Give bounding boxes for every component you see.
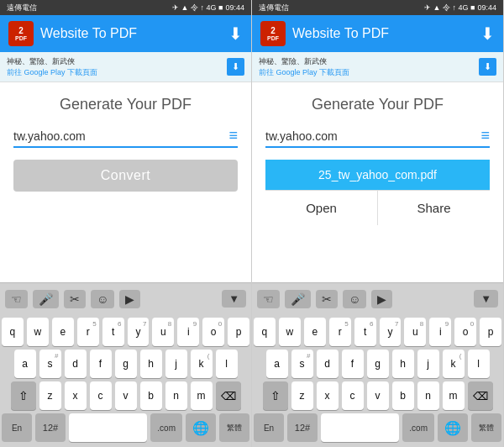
key-q[interactable]: q — [2, 318, 24, 346]
key-v-r[interactable]: v — [367, 381, 389, 410]
key-e[interactable]: e — [52, 318, 74, 346]
key-h[interactable]: h — [140, 350, 162, 378]
popup-share-btn[interactable]: Share — [378, 191, 490, 225]
key-s[interactable]: s# — [39, 350, 61, 378]
key-lang-right[interactable]: En — [254, 413, 284, 442]
key-globe-left[interactable]: 🌐 — [186, 413, 216, 442]
right-panel: 遠傳電信 ✈ ▲ 令 ↑ 4G ■ 09:44 2 PDF Website To… — [252, 0, 504, 447]
key-b-r[interactable]: b — [392, 381, 414, 410]
key-m[interactable]: m — [191, 381, 213, 410]
key-delete-r[interactable]: ⌫ — [468, 381, 493, 410]
toolbar-collapse-icon-right[interactable]: ▼ — [474, 290, 498, 308]
key-c[interactable]: c — [90, 381, 112, 410]
key-d-r[interactable]: d — [317, 350, 339, 378]
key-space-left[interactable] — [69, 413, 147, 442]
key-y-r[interactable]: y7 — [380, 318, 402, 346]
keyboard-bottom-row-left: En 12# .com 🌐 繁體 — [2, 413, 249, 442]
time-display-right: 09:44 — [477, 3, 496, 12]
key-o-r[interactable]: o0 — [454, 318, 476, 346]
url-input-right[interactable] — [265, 129, 475, 143]
key-y[interactable]: y7 — [128, 318, 150, 346]
key-w-r[interactable]: w — [279, 318, 301, 346]
key-f[interactable]: f — [90, 350, 112, 378]
key-s-r[interactable]: s# — [291, 350, 313, 378]
key-dotcom-right[interactable]: .com — [402, 413, 434, 442]
key-u[interactable]: u8 — [152, 318, 174, 346]
toolbar-emoji-icon-right[interactable]: ☺ — [343, 290, 366, 308]
key-l-r[interactable]: l — [468, 350, 490, 378]
toolbar-right-icon-right[interactable]: ▶ — [371, 290, 392, 308]
key-x[interactable]: x — [65, 381, 87, 410]
key-e-r[interactable]: e — [304, 318, 326, 346]
key-f-r[interactable]: f — [342, 350, 364, 378]
url-input-left[interactable] — [13, 129, 223, 143]
key-c-r[interactable]: c — [342, 381, 364, 410]
header-download-icon-left[interactable]: ⬇ — [228, 24, 243, 44]
key-z[interactable]: z — [39, 381, 61, 410]
key-go-left[interactable]: 繁體 — [219, 413, 249, 442]
key-globe-right[interactable]: 🌐 — [438, 413, 468, 442]
key-go-right[interactable]: 繁體 — [471, 413, 501, 442]
toolbar-right-icon[interactable]: ▶ — [119, 290, 140, 308]
key-t-r[interactable]: t6 — [354, 318, 376, 346]
toolbar-mic-icon-right[interactable]: 🎤 — [285, 290, 311, 308]
key-n[interactable]: n — [165, 381, 187, 410]
ad-download-btn-left[interactable]: ⬇ — [227, 58, 244, 76]
key-i[interactable]: i9 — [177, 318, 199, 346]
toolbar-hand-icon[interactable]: ☜ — [5, 290, 28, 308]
toolbar-clip-icon[interactable]: ✂ — [64, 290, 86, 308]
key-z-r[interactable]: z — [291, 381, 313, 410]
key-j[interactable]: j — [165, 350, 187, 378]
key-num-right[interactable]: 12# — [287, 413, 318, 442]
key-v[interactable]: v — [115, 381, 137, 410]
convert-button-left[interactable]: Convert — [13, 160, 238, 192]
menu-icon-left[interactable]: ≡ — [228, 127, 238, 145]
toolbar-mic-icon[interactable]: 🎤 — [33, 290, 59, 308]
key-lang-left[interactable]: En — [2, 413, 32, 442]
key-k[interactable]: k( — [191, 350, 213, 378]
key-o[interactable]: o0 — [202, 318, 224, 346]
key-i-r[interactable]: i9 — [429, 318, 451, 346]
key-space-right[interactable] — [321, 413, 399, 442]
key-g-r[interactable]: g — [367, 350, 389, 378]
toolbar-clip-icon-right[interactable]: ✂ — [316, 290, 338, 308]
key-num-left[interactable]: 12# — [35, 413, 66, 442]
key-p-r[interactable]: p — [480, 318, 501, 346]
toolbar-collapse-icon[interactable]: ▼ — [222, 290, 246, 308]
ad-line2-left[interactable]: 前往 Google Play 下載頁面 — [7, 67, 227, 78]
key-x-r[interactable]: x — [317, 381, 339, 410]
key-h-r[interactable]: h — [392, 350, 414, 378]
key-delete[interactable]: ⌫ — [216, 381, 241, 410]
ad-download-btn-right[interactable]: ⬇ — [479, 58, 496, 76]
key-r[interactable]: r5 — [77, 318, 99, 346]
key-w[interactable]: w — [27, 318, 49, 346]
key-d[interactable]: d — [65, 350, 87, 378]
menu-icon-right[interactable]: ≡ — [480, 127, 490, 145]
toolbar-emoji-icon[interactable]: ☺ — [91, 290, 114, 308]
key-q-r[interactable]: q — [254, 318, 276, 346]
key-r-r[interactable]: r5 — [329, 318, 351, 346]
key-t[interactable]: t6 — [102, 318, 124, 346]
toolbar-hand-icon-right[interactable]: ☜ — [257, 290, 280, 308]
key-a[interactable]: a — [14, 350, 36, 378]
key-dotcom-left[interactable]: .com — [150, 413, 182, 442]
key-b[interactable]: b — [140, 381, 162, 410]
time-right: ✈ ▲ 令 ↑ 4G ■ 09:44 — [424, 3, 496, 13]
ad-line2-right[interactable]: 前往 Google Play 下載頁面 — [259, 67, 479, 78]
key-j-r[interactable]: j — [417, 350, 439, 378]
key-g[interactable]: g — [115, 350, 137, 378]
key-shift[interactable]: ⇧ — [11, 381, 36, 410]
popup-open-btn[interactable]: Open — [265, 191, 378, 225]
key-k-r[interactable]: k( — [443, 350, 465, 378]
key-n-r[interactable]: n — [417, 381, 439, 410]
header-download-icon-right[interactable]: ⬇ — [480, 24, 495, 44]
key-p[interactable]: p — [228, 318, 249, 346]
key-a-r[interactable]: a — [266, 350, 288, 378]
keyboard-left: q w e r5 t6 y7 u8 i9 o0 p a s# d f g h j… — [0, 314, 251, 447]
key-u-r[interactable]: u8 — [404, 318, 426, 346]
key-l[interactable]: l — [216, 350, 238, 378]
key-shift-r[interactable]: ⇧ — [263, 381, 288, 410]
key-m-r[interactable]: m — [443, 381, 465, 410]
keyboard-toolbar-left: ☜ 🎤 ✂ ☺ ▶ ▼ — [0, 282, 251, 314]
url-input-row-right: ≡ — [265, 127, 490, 148]
